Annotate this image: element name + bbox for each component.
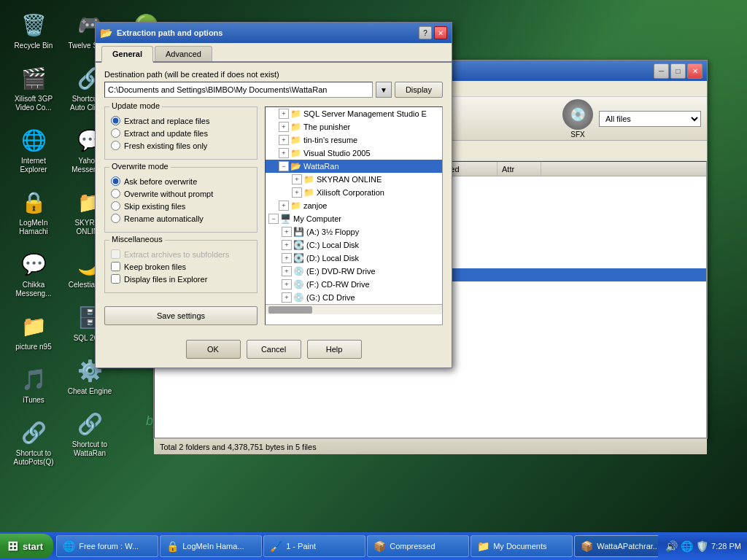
tree-item-tintin[interactable]: + 📁 tin-tin's resume [266, 133, 442, 147]
display-button[interactable]: Display [395, 82, 443, 98]
winrar-close-button[interactable]: ✕ [687, 63, 703, 79]
tray-network-icon[interactable]: 🌐 [681, 540, 693, 552]
radio-ask-before-label: Ask before overwrite [124, 177, 197, 186]
winrar-minimize-button[interactable]: ─ [654, 63, 669, 79]
toolbar-dropdown[interactable]: All files [599, 111, 701, 127]
taskbar-item-paint[interactable]: 🖌️ 1 - Paint [263, 535, 365, 557]
expand-floppy[interactable]: + [282, 227, 292, 237]
tree-label-d-drive: (D:) Local Disk [306, 254, 359, 262]
sfx-label: SFX [570, 131, 584, 139]
radio-ask-before-input[interactable] [111, 176, 120, 186]
radio-overwrite-without-input[interactable] [111, 189, 120, 198]
radio-extract-replace: Extract and replace files [111, 116, 251, 125]
tree-item-my-computer[interactable]: − 🖥️ My Computer [266, 212, 442, 225]
folder-tree[interactable]: + 📁 SQL Server Management Studio E + 📁 T… [266, 107, 442, 304]
dest-path-input[interactable] [104, 82, 373, 98]
sfx-button[interactable]: 💿 SFX [562, 99, 593, 139]
desktop-icon-chikka[interactable]: 💬 Chikka Messeng... [7, 246, 60, 301]
desktop-icon-ie[interactable]: 🌐 Internet Explorer [7, 122, 60, 177]
ok-button[interactable]: OK [186, 340, 241, 359]
expand-e-drive[interactable]: + [282, 266, 292, 276]
expand-my-computer[interactable]: − [268, 214, 279, 224]
cb-extract-subfolders-input[interactable] [111, 249, 120, 259]
dialog-left-panel: Update mode Extract and replace files Ex… [104, 106, 258, 325]
folder-icon-sql: 📁 [290, 109, 301, 119]
expand-punisher[interactable]: + [279, 122, 289, 132]
desktop-icon-recycle-bin[interactable]: 🗑️ Recycle Bin [7, 7, 60, 53]
tree-item-sql[interactable]: + 📁 SQL Server Management Studio E [266, 107, 442, 120]
folder-tree-panel[interactable]: + 📁 SQL Server Management Studio E + 📁 T… [265, 106, 443, 325]
tree-item-punisher[interactable]: + 📁 The punisher [266, 120, 442, 133]
tree-item-c-drive[interactable]: + 💽 (C:) Local Disk [266, 238, 442, 252]
c-drive-icon: 💽 [293, 240, 304, 250]
hscroll-thumb[interactable] [268, 306, 312, 314]
dest-label: Destination path (will be created if doe… [104, 70, 443, 79]
taskbar-item-compressed[interactable]: 📦 Compressed [367, 535, 469, 557]
overwrite-mode-title: Overwrite mode [109, 162, 171, 171]
dialog-title-buttons: ? ✕ [419, 26, 447, 39]
dialog-help-button[interactable]: ? [419, 26, 432, 39]
tray-security-icon[interactable]: 🛡️ [696, 540, 708, 552]
desktop-icon-picture-n95[interactable]: 📁 picture n95 [7, 308, 60, 354]
tree-item-skyran[interactable]: + 📁 SKYRAN ONLINE [266, 173, 442, 186]
expand-skyran[interactable]: + [292, 174, 302, 184]
radio-fresh-existing-input[interactable] [111, 141, 120, 150]
desktop-icon-itunes[interactable]: 🎵 iTunes [7, 362, 60, 408]
tree-item-g-drive[interactable]: + 💿 (G:) CD Drive [266, 291, 442, 304]
dialog-titlebar[interactable]: 📂 Extraction path and options ? ✕ [96, 23, 452, 43]
desktop: 🗑️ Recycle Bin 🎬 Xilisoft 3GP Video Co..… [0, 0, 747, 560]
tab-general[interactable]: General [101, 46, 153, 63]
taskbar-icon-logmein: 🔒 [166, 540, 179, 552]
tree-item-e-drive[interactable]: + 💿 (E:) DVD-RW Drive [266, 265, 442, 278]
tree-item-vs2005[interactable]: + 📁 Visual Studio 2005 [266, 147, 442, 160]
save-settings-button[interactable]: Save settings [104, 306, 258, 325]
taskbar-item-free-forum[interactable]: 🌐 Free forum : W... [56, 535, 158, 557]
winrar-restore-button[interactable]: □ [670, 63, 686, 79]
expand-zanjoe[interactable]: + [279, 201, 289, 211]
radio-extract-replace-input[interactable] [111, 116, 120, 125]
dialog-close-button[interactable]: ✕ [434, 26, 447, 39]
desktop-icon-xilisoft[interactable]: 🎬 Xilisoft 3GP Video Co... [7, 61, 60, 115]
tab-advanced[interactable]: Advanced [155, 46, 212, 61]
tree-item-wattaran[interactable]: − 📂 WattaRan [266, 160, 442, 173]
g-drive-icon: 💿 [293, 292, 304, 303]
cb-keep-broken: Keep broken files [111, 262, 251, 271]
tree-item-f-drive[interactable]: + 💿 (F:) CD-RW Drive [266, 278, 442, 291]
taskbar-item-my-documents[interactable]: 📁 My Documents [471, 535, 573, 557]
expand-vs2005[interactable]: + [279, 148, 289, 158]
expand-g-drive[interactable]: + [282, 292, 292, 303]
tree-item-d-drive[interactable]: + 💽 (D:) Local Disk [266, 252, 442, 265]
expand-f-drive[interactable]: + [282, 279, 292, 289]
tree-label-f-drive: (F:) CD-RW Drive [306, 280, 370, 289]
radio-rename-auto-input[interactable] [111, 214, 120, 223]
tree-item-floppy[interactable]: + 💾 (A:) 3½ Floppy [266, 225, 442, 238]
dialog-columns: Update mode Extract and replace files Ex… [104, 106, 443, 325]
tree-item-zanjoe[interactable]: + 📁 zanjoe [266, 199, 442, 212]
cb-keep-broken-input[interactable] [111, 262, 120, 271]
tray-volume-icon[interactable]: 🔊 [665, 540, 678, 552]
help-button[interactable]: Help [307, 340, 362, 359]
taskbar-item-wattaapatchrar[interactable]: 📦 WattaAPatchrar... [574, 535, 658, 557]
desktop-icon-shortcut-autopots[interactable]: 🔗 Shortcut to AutoPots(Q) [7, 415, 60, 470]
radio-skip-existing-input[interactable] [111, 201, 120, 211]
expand-d-drive[interactable]: + [282, 253, 292, 263]
misc-options: Extract archives to subfolders Keep brok… [111, 249, 251, 284]
radio-extract-update-input[interactable] [111, 128, 120, 138]
col-header-attr[interactable]: Attr [498, 162, 541, 176]
expand-sql[interactable]: + [279, 109, 289, 119]
tree-item-xilisoft[interactable]: + 📁 Xilisoft Corporation [266, 186, 442, 199]
tree-horizontal-scrollbar[interactable] [266, 304, 442, 314]
expand-xilisoft[interactable]: + [292, 187, 302, 198]
dialog-general-content: Destination path (will be created if doe… [96, 63, 452, 332]
taskbar-item-logmein[interactable]: 🔒 LogMeIn Hama... [160, 535, 262, 557]
cb-display-explorer-input[interactable] [111, 274, 120, 284]
folder-icon-wattaran: 📂 [290, 161, 301, 171]
expand-tintin[interactable]: + [279, 135, 289, 145]
dest-path-dropdown-button[interactable]: ▼ [376, 82, 392, 98]
start-button[interactable]: ⊞ start [0, 534, 53, 559]
expand-c-drive[interactable]: + [282, 240, 292, 250]
desktop-icon-shortcut-wattaran[interactable]: 🔗 Shortcut to WattaRan [63, 406, 116, 461]
desktop-icon-logmein[interactable]: 🔒 LogMeIn Hamachi [7, 184, 60, 239]
expand-wattaran[interactable]: − [279, 161, 289, 171]
cancel-button[interactable]: Cancel [247, 340, 301, 359]
